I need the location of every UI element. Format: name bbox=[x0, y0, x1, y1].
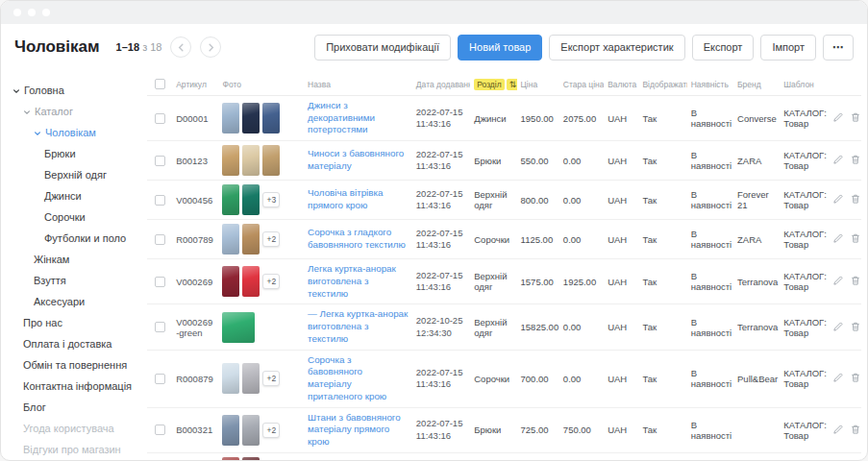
column-header[interactable]: Бренд bbox=[733, 72, 780, 96]
row-checkbox[interactable] bbox=[155, 234, 165, 245]
edit-icon[interactable] bbox=[832, 154, 844, 165]
display-cell: Так bbox=[638, 141, 686, 181]
sidebar-item[interactable]: Угода користувача bbox=[12, 418, 143, 439]
product-name-link[interactable]: Легка куртка-анорак виготовлена з тексти… bbox=[308, 263, 409, 300]
sidebar-item[interactable]: Верхній одяг bbox=[12, 164, 143, 185]
more-photos-badge[interactable]: +2 bbox=[262, 231, 280, 247]
sidebar-item[interactable]: Головна bbox=[12, 80, 143, 101]
delete-icon[interactable] bbox=[850, 321, 861, 332]
edit-icon[interactable] bbox=[832, 372, 844, 383]
old-price-cell: 0.00 bbox=[559, 181, 604, 220]
product-photo bbox=[242, 266, 260, 297]
sidebar-item[interactable]: Джинси bbox=[12, 185, 143, 206]
product-name-link[interactable]: Чоловіча вітрівка прямого крою bbox=[308, 187, 409, 211]
edit-pencil-glyph bbox=[832, 193, 844, 205]
product-name-link[interactable]: — Легка куртка-анорак виготовлена з текс… bbox=[308, 308, 409, 345]
row-checkbox[interactable] bbox=[155, 156, 165, 166]
column-header[interactable]: Фото bbox=[218, 72, 304, 96]
more-photos-badge[interactable]: +2 bbox=[262, 274, 280, 289]
template-cell: КАТАЛОГ: Товар bbox=[780, 350, 828, 407]
hide-modifications-button[interactable]: Приховати модифікації bbox=[314, 35, 451, 61]
column-header[interactable]: Відображати bbox=[638, 72, 686, 96]
row-checkbox[interactable] bbox=[155, 277, 165, 287]
template-cell: КАТАЛОГ: Товар bbox=[780, 141, 828, 181]
sidebar-item[interactable]: Футболки и поло bbox=[12, 228, 143, 249]
column-header[interactable]: Валюта bbox=[604, 72, 638, 96]
more-photos-badge[interactable]: +2 bbox=[262, 371, 280, 386]
row-checkbox[interactable] bbox=[155, 322, 165, 332]
column-header[interactable]: Розділ⇅ bbox=[470, 72, 516, 96]
availability-cell: В наявності bbox=[687, 452, 733, 460]
more-photos-badge[interactable]: +2 bbox=[262, 423, 280, 438]
availability-cell: В наявності bbox=[687, 407, 733, 452]
column-header[interactable]: Шаблон bbox=[780, 72, 828, 96]
delete-icon[interactable] bbox=[850, 232, 861, 244]
pagination-label: 1–18 з 18 bbox=[116, 41, 162, 53]
row-checkbox[interactable] bbox=[155, 113, 165, 124]
column-header[interactable]: Наявність bbox=[687, 72, 733, 96]
more-actions-button[interactable]: ⋯ bbox=[823, 35, 854, 61]
product-name-link[interactable]: Джинси з декоративними потертостями bbox=[308, 100, 409, 136]
edit-icon[interactable] bbox=[832, 111, 844, 123]
date-added-cell: 2022-07-1511:43:16 bbox=[412, 259, 470, 304]
column-header[interactable] bbox=[829, 72, 861, 96]
column-header[interactable]: Назва bbox=[304, 72, 412, 96]
sidebar-item[interactable]: Обмін та повернення bbox=[12, 354, 143, 376]
product-name-link[interactable]: Сорочка з бавовняного матеріалу притален… bbox=[308, 354, 409, 403]
edit-icon[interactable] bbox=[832, 275, 844, 286]
sidebar-item[interactable]: Аксесуари bbox=[12, 291, 143, 312]
export-button[interactable]: Експорт bbox=[692, 35, 755, 61]
edit-icon[interactable] bbox=[832, 321, 844, 332]
column-header[interactable]: Артикул bbox=[172, 72, 218, 96]
delete-icon[interactable] bbox=[850, 111, 861, 123]
sidebar-item[interactable]: Про нас bbox=[12, 312, 143, 333]
chevron-down-icon bbox=[34, 130, 41, 137]
prev-page-button[interactable] bbox=[170, 36, 191, 58]
delete-icon[interactable] bbox=[850, 154, 861, 165]
sidebar-item[interactable]: Сорочки bbox=[12, 206, 143, 228]
select-all-checkbox[interactable] bbox=[155, 79, 165, 89]
more-photos-badge[interactable]: +3 bbox=[262, 192, 280, 207]
sku-cell: R000789 bbox=[172, 220, 218, 259]
export-characteristics-button[interactable]: Експорт характеристик bbox=[549, 35, 684, 61]
product-name-link[interactable]: Сорочка з гладкого бавовняного текстилю bbox=[308, 227, 409, 251]
sidebar-item[interactable]: Каталог bbox=[12, 101, 143, 122]
sidebar-item[interactable]: Відгуки про магазин bbox=[12, 439, 143, 460]
delete-icon[interactable] bbox=[850, 193, 861, 205]
sidebar-item[interactable]: Оплата і доставка bbox=[12, 333, 143, 354]
window-control-dot[interactable] bbox=[42, 9, 50, 16]
next-page-button[interactable] bbox=[200, 36, 221, 58]
product-name-link[interactable]: Чиноси з бавовняного матеріалу bbox=[308, 148, 409, 172]
availability-cell: В наявності bbox=[687, 350, 733, 407]
edit-icon[interactable] bbox=[832, 193, 844, 205]
edit-icon[interactable] bbox=[832, 232, 844, 244]
display-cell: Так bbox=[638, 304, 686, 350]
product-photo bbox=[222, 457, 239, 460]
delete-icon[interactable] bbox=[850, 372, 861, 383]
new-product-button[interactable]: Новий товар bbox=[458, 35, 542, 61]
section-cell: Брюки bbox=[470, 141, 516, 181]
delete-icon[interactable] bbox=[850, 424, 861, 435]
column-header[interactable]: Ціна bbox=[517, 72, 559, 96]
delete-icon[interactable] bbox=[850, 275, 861, 286]
sidebar-item[interactable]: Чоловікам bbox=[12, 122, 143, 143]
window-control-dot[interactable] bbox=[13, 9, 21, 16]
product-name-link[interactable]: Штани з бавовняного матеріалу прямого кр… bbox=[308, 412, 409, 449]
row-checkbox[interactable] bbox=[155, 195, 165, 206]
edit-icon[interactable] bbox=[832, 424, 844, 435]
row-checkbox[interactable] bbox=[155, 374, 165, 384]
name-cell: Чоловічі сорочки з легкого текстилю bbox=[304, 452, 412, 460]
sidebar-item[interactable]: Взуття bbox=[12, 270, 143, 291]
import-button[interactable]: Імпорт bbox=[760, 35, 816, 61]
sku-cell: B000321 bbox=[172, 407, 218, 452]
column-header[interactable]: Дата додавання bbox=[412, 72, 470, 96]
row-checkbox[interactable] bbox=[155, 425, 165, 435]
sidebar-item[interactable]: Блог bbox=[12, 397, 143, 418]
sort-icon[interactable]: ⇅ bbox=[507, 79, 517, 90]
brand-cell: Pull&Bear bbox=[733, 350, 780, 407]
sidebar-item[interactable]: Жінкам bbox=[12, 249, 143, 270]
column-header[interactable]: Стара ціна bbox=[559, 72, 604, 96]
sidebar-item[interactable]: Контактна інформація bbox=[12, 376, 143, 397]
sidebar-item[interactable]: Брюки bbox=[12, 143, 143, 164]
window-control-dot[interactable] bbox=[28, 9, 36, 16]
